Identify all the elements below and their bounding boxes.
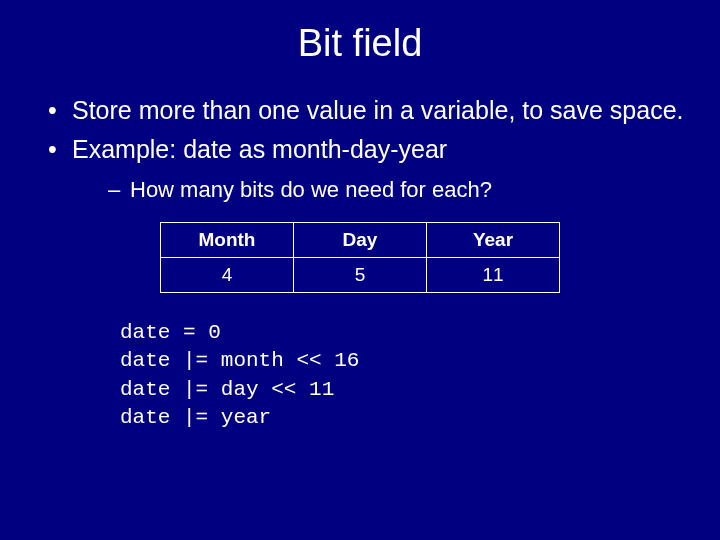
bullet-list: Store more than one value in a variable,… bbox=[28, 95, 692, 204]
col-header-year: Year bbox=[427, 223, 560, 258]
table-header-row: Month Day Year bbox=[161, 223, 560, 258]
code-line: date |= month << 16 bbox=[120, 349, 359, 372]
bullet-text: Example: date as month-day-year bbox=[72, 135, 447, 163]
bits-table: Month Day Year 4 5 11 bbox=[160, 222, 560, 293]
sub-bullet-item: How many bits do we need for each? bbox=[108, 176, 692, 205]
code-line: date |= day << 11 bbox=[120, 378, 334, 401]
sub-bullet-list: How many bits do we need for each? bbox=[72, 176, 692, 205]
code-block: date = 0 date |= month << 16 date |= day… bbox=[28, 319, 692, 432]
col-header-day: Day bbox=[294, 223, 427, 258]
slide: Bit field Store more than one value in a… bbox=[0, 0, 720, 540]
cell-year-bits: 11 bbox=[427, 258, 560, 293]
cell-month-bits: 4 bbox=[161, 258, 294, 293]
col-header-month: Month bbox=[161, 223, 294, 258]
bullet-item: Example: date as month-day-year How many… bbox=[48, 134, 692, 204]
bits-table-wrap: Month Day Year 4 5 11 bbox=[160, 222, 560, 293]
code-line: date = 0 bbox=[120, 321, 221, 344]
bullet-item: Store more than one value in a variable,… bbox=[48, 95, 692, 126]
slide-title: Bit field bbox=[0, 0, 720, 95]
cell-day-bits: 5 bbox=[294, 258, 427, 293]
code-line: date |= year bbox=[120, 406, 271, 429]
table-row: 4 5 11 bbox=[161, 258, 560, 293]
slide-body: Store more than one value in a variable,… bbox=[0, 95, 720, 432]
